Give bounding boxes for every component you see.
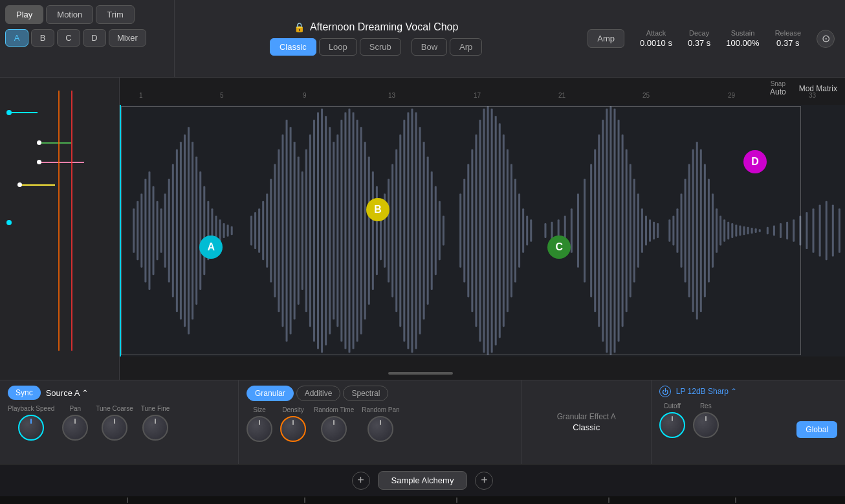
pad-b-button[interactable]: B — [31, 29, 54, 47]
pad-a-button[interactable]: A — [5, 29, 28, 47]
play-tab[interactable]: Play — [5, 5, 43, 24]
playback-speed-knob[interactable] — [18, 415, 44, 441]
random-pan-knob[interactable] — [368, 416, 393, 442]
svg-rect-6 — [152, 186, 154, 275]
add-tab-right-button[interactable]: + — [475, 472, 493, 490]
svg-rect-82 — [479, 120, 481, 342]
svg-rect-114 — [633, 179, 635, 282]
res-knob[interactable] — [693, 412, 719, 438]
svg-rect-74 — [435, 186, 437, 275]
res-label: Res — [700, 402, 712, 410]
sustain-value[interactable]: 100.00% — [726, 38, 759, 48]
options-button[interactable]: ⊙ — [817, 30, 835, 48]
filter-knobs-row: Cutoff Res Global — [659, 402, 837, 438]
pad-d-button[interactable]: D — [83, 29, 106, 47]
svg-rect-31 — [266, 193, 268, 267]
res-group: Res — [693, 402, 719, 438]
playback-tabs: Classic Loop Scrub Bow Arp — [270, 38, 482, 56]
svg-rect-8 — [160, 208, 162, 253]
release-value[interactable]: 0.37 s — [776, 38, 799, 48]
random-time-label: Random Time — [314, 406, 354, 413]
svg-rect-123 — [676, 208, 678, 253]
orange-vline — [58, 91, 60, 351]
svg-rect-116 — [641, 208, 643, 253]
attack-value[interactable]: 0.0010 s — [640, 38, 672, 48]
source-knobs-row: Playback Speed Pan Tune Coarse Tune Fine — [8, 405, 230, 441]
scrub-tab[interactable]: Scrub — [360, 38, 401, 56]
svg-rect-19 — [203, 186, 205, 275]
pad-c-button[interactable]: C — [57, 29, 80, 47]
svg-rect-14 — [184, 135, 186, 327]
random-time-knob[interactable] — [321, 416, 347, 442]
resize-handle-4[interactable] — [608, 498, 609, 503]
granular-tab[interactable]: Granular — [247, 386, 294, 401]
mod-matrix-button[interactable]: Mod Matrix — [799, 84, 837, 93]
pan-group: Pan — [62, 405, 88, 441]
cyan-line-a — [12, 112, 38, 113]
marker-d[interactable]: D — [743, 150, 767, 173]
source-header: Sync Source A ⌃ — [8, 386, 230, 400]
svg-rect-28 — [254, 212, 256, 249]
sync-button[interactable]: Sync — [8, 386, 41, 400]
bow-tab[interactable]: Bow — [412, 38, 447, 56]
tune-fine-knob[interactable] — [142, 415, 168, 441]
svg-rect-84 — [487, 106, 489, 355]
global-button[interactable]: Global — [796, 421, 837, 438]
power-button[interactable]: ⏻ — [659, 386, 671, 397]
spectral-tab[interactable]: Spectral — [343, 386, 388, 401]
scrollbar[interactable] — [388, 372, 453, 375]
svg-rect-119 — [653, 222, 655, 239]
svg-rect-151 — [806, 212, 807, 249]
release-label: Release — [775, 29, 801, 37]
resize-handle-5[interactable] — [735, 498, 736, 503]
svg-rect-112 — [626, 149, 628, 312]
svg-rect-65 — [399, 135, 401, 327]
density-knob[interactable] — [280, 416, 306, 442]
svg-rect-135 — [723, 219, 725, 241]
svg-rect-145 — [767, 227, 769, 234]
svg-rect-67 — [407, 112, 409, 349]
resize-handle-2[interactable] — [304, 498, 305, 503]
svg-rect-133 — [716, 208, 718, 253]
svg-rect-80 — [471, 149, 473, 312]
svg-rect-77 — [459, 193, 461, 267]
filter-name[interactable]: LP 12dB Sharp ⌃ — [676, 387, 738, 396]
svg-rect-39 — [298, 157, 300, 305]
add-tab-left-button[interactable]: + — [352, 472, 370, 490]
svg-rect-103 — [590, 164, 592, 298]
attack-label: Attack — [646, 29, 666, 37]
decay-value[interactable]: 0.37 s — [688, 38, 710, 48]
mixer-button[interactable]: Mixer — [109, 29, 146, 47]
svg-rect-23 — [219, 219, 221, 241]
decay-param: Decay 0.37 s — [688, 29, 710, 48]
pan-knob[interactable] — [62, 415, 88, 441]
amp-button[interactable]: Amp — [587, 29, 624, 48]
sample-alchemy-tab[interactable]: Sample Alchemy — [378, 471, 468, 490]
granular-knobs-row: Size Density Random Time Random Pan — [247, 406, 514, 442]
loop-tab[interactable]: Loop — [319, 38, 357, 56]
tune-fine-label: Tune Fine — [141, 405, 170, 412]
cutoff-knob[interactable] — [659, 412, 685, 438]
ruler-9: 9 — [303, 92, 307, 99]
arp-tab[interactable]: Arp — [450, 38, 482, 56]
svg-rect-16 — [192, 142, 193, 320]
svg-rect-68 — [411, 109, 413, 353]
classic-tab[interactable]: Classic — [270, 38, 316, 56]
svg-rect-18 — [199, 171, 201, 290]
svg-rect-106 — [602, 120, 604, 342]
snap-value[interactable]: Auto — [770, 87, 786, 96]
trim-tab[interactable]: Trim — [96, 5, 135, 24]
motion-tab[interactable]: Motion — [46, 5, 93, 24]
svg-rect-141 — [747, 227, 749, 234]
source-select[interactable]: Source A ⌃ — [46, 388, 89, 398]
svg-rect-64 — [395, 149, 397, 312]
tune-coarse-knob[interactable] — [102, 415, 127, 441]
size-knob[interactable] — [247, 416, 272, 442]
marker-b[interactable]: B — [366, 198, 390, 221]
additive-tab[interactable]: Additive — [296, 386, 341, 401]
resize-handle-1[interactable] — [127, 498, 128, 503]
svg-rect-58 — [372, 171, 374, 290]
pad-buttons: A B C D Mixer — [0, 27, 174, 49]
resize-handle-3[interactable] — [456, 498, 457, 503]
svg-rect-110 — [618, 120, 620, 342]
